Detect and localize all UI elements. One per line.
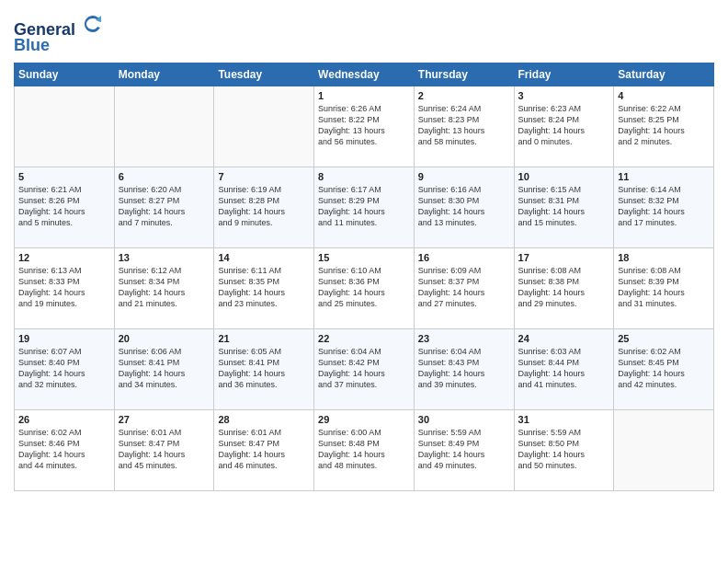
- sunset-text: Sunset: 8:47 PM: [119, 439, 180, 448]
- cell-details: Sunrise: 6:08 AMSunset: 8:38 PMDaylight:…: [518, 265, 610, 310]
- daylight-text: Daylight: 14 hours: [119, 288, 186, 297]
- daylight-text: and 45 minutes.: [119, 461, 177, 470]
- day-number: 6: [119, 171, 210, 182]
- daylight-text: and 11 minutes.: [318, 218, 377, 227]
- sunrise-text: Sunrise: 6:01 AM: [218, 428, 281, 437]
- daylight-text: Daylight: 14 hours: [518, 450, 586, 459]
- daylight-text: Daylight: 14 hours: [518, 369, 586, 378]
- day-number: 12: [18, 252, 110, 263]
- day-number: 8: [318, 171, 410, 182]
- cell-details: Sunrise: 6:08 AMSunset: 8:39 PMDaylight:…: [618, 265, 710, 310]
- daylight-text: Daylight: 14 hours: [119, 369, 186, 378]
- sunset-text: Sunset: 8:26 PM: [18, 196, 80, 205]
- calendar-cell: 7Sunrise: 6:19 AMSunset: 8:28 PMDaylight…: [214, 167, 314, 247]
- day-number: 9: [418, 171, 510, 182]
- sunrise-text: Sunrise: 6:02 AM: [18, 428, 82, 437]
- daylight-text: Daylight: 14 hours: [318, 369, 385, 378]
- cell-details: Sunrise: 6:03 AMSunset: 8:44 PMDaylight:…: [518, 346, 610, 391]
- sunrise-text: Sunrise: 5:59 AM: [418, 428, 482, 437]
- daylight-text: Daylight: 14 hours: [618, 207, 685, 216]
- day-number: 7: [218, 171, 310, 182]
- logo: General Blue: [14, 13, 104, 55]
- daylight-text: and 5 minutes.: [18, 218, 73, 227]
- day-number: 30: [418, 414, 510, 425]
- calendar-cell: 11Sunrise: 6:14 AMSunset: 8:32 PMDayligh…: [614, 167, 714, 247]
- cell-details: Sunrise: 6:10 AMSunset: 8:36 PMDaylight:…: [318, 265, 410, 310]
- calendar-cell: 19Sunrise: 6:07 AMSunset: 8:40 PMDayligh…: [15, 328, 115, 409]
- calendar-week-row: 1Sunrise: 6:26 AMSunset: 8:22 PMDaylight…: [15, 86, 714, 167]
- cell-details: Sunrise: 6:02 AMSunset: 8:45 PMDaylight:…: [618, 346, 710, 391]
- daylight-text: and 21 minutes.: [119, 299, 177, 308]
- daylight-text: and 31 minutes.: [618, 299, 677, 308]
- sunset-text: Sunset: 8:32 PM: [618, 196, 679, 205]
- calendar-cell: 12Sunrise: 6:13 AMSunset: 8:33 PMDayligh…: [15, 247, 115, 328]
- cell-details: Sunrise: 6:14 AMSunset: 8:32 PMDaylight:…: [618, 184, 710, 229]
- calendar-cell: 14Sunrise: 6:11 AMSunset: 8:35 PMDayligh…: [214, 247, 314, 328]
- daylight-text: Daylight: 14 hours: [418, 207, 485, 216]
- sunrise-text: Sunrise: 6:24 AM: [418, 104, 482, 113]
- daylight-text: Daylight: 14 hours: [518, 207, 586, 216]
- weekday-header: Friday: [514, 63, 614, 86]
- sunset-text: Sunset: 8:39 PM: [618, 277, 679, 286]
- calendar-cell: 4Sunrise: 6:22 AMSunset: 8:25 PMDaylight…: [614, 86, 714, 167]
- calendar-cell: 28Sunrise: 6:01 AMSunset: 8:47 PMDayligh…: [214, 409, 314, 490]
- day-number: 31: [518, 414, 610, 425]
- day-number: 17: [518, 252, 610, 263]
- sunrise-text: Sunrise: 6:14 AM: [618, 185, 681, 194]
- sunset-text: Sunset: 8:42 PM: [318, 358, 380, 367]
- sunrise-text: Sunrise: 6:15 AM: [518, 185, 582, 194]
- sunrise-text: Sunrise: 6:05 AM: [218, 347, 281, 356]
- daylight-text: and 44 minutes.: [18, 461, 77, 470]
- daylight-text: Daylight: 14 hours: [218, 450, 285, 459]
- calendar-table: SundayMondayTuesdayWednesdayThursdayFrid…: [14, 63, 714, 491]
- cell-details: Sunrise: 6:12 AMSunset: 8:34 PMDaylight:…: [119, 265, 210, 310]
- cell-details: Sunrise: 5:59 AMSunset: 8:50 PMDaylight:…: [518, 427, 610, 472]
- calendar-cell: 15Sunrise: 6:10 AMSunset: 8:36 PMDayligh…: [314, 247, 415, 328]
- cell-details: Sunrise: 5:59 AMSunset: 8:49 PMDaylight:…: [418, 427, 510, 472]
- day-number: 1: [318, 90, 410, 101]
- sunset-text: Sunset: 8:25 PM: [618, 115, 679, 124]
- day-number: 13: [119, 252, 210, 263]
- sunrise-text: Sunrise: 6:16 AM: [418, 185, 482, 194]
- daylight-text: Daylight: 14 hours: [18, 369, 85, 378]
- sunrise-text: Sunrise: 6:23 AM: [518, 104, 582, 113]
- daylight-text: and 19 minutes.: [18, 299, 77, 308]
- day-number: 21: [218, 333, 310, 344]
- cell-details: Sunrise: 6:24 AMSunset: 8:23 PMDaylight:…: [418, 103, 510, 148]
- cell-details: Sunrise: 6:19 AMSunset: 8:28 PMDaylight:…: [218, 184, 310, 229]
- weekday-header-row: SundayMondayTuesdayWednesdayThursdayFrid…: [15, 63, 714, 86]
- sunrise-text: Sunrise: 6:26 AM: [318, 104, 381, 113]
- cell-details: Sunrise: 6:23 AMSunset: 8:24 PMDaylight:…: [518, 103, 610, 148]
- sunrise-text: Sunrise: 6:04 AM: [318, 347, 381, 356]
- daylight-text: and 36 minutes.: [218, 380, 277, 389]
- sunrise-text: Sunrise: 6:13 AM: [18, 266, 82, 275]
- sunrise-text: Sunrise: 6:09 AM: [418, 266, 482, 275]
- calendar-cell: [614, 409, 714, 490]
- calendar-cell: 31Sunrise: 5:59 AMSunset: 8:50 PMDayligh…: [514, 409, 614, 490]
- calendar-cell: 3Sunrise: 6:23 AMSunset: 8:24 PMDaylight…: [514, 86, 614, 167]
- calendar-week-row: 12Sunrise: 6:13 AMSunset: 8:33 PMDayligh…: [15, 247, 714, 328]
- sunset-text: Sunset: 8:50 PM: [518, 439, 580, 448]
- daylight-text: Daylight: 14 hours: [518, 126, 586, 135]
- calendar-cell: 25Sunrise: 6:02 AMSunset: 8:45 PMDayligh…: [614, 328, 714, 409]
- sunrise-text: Sunrise: 6:11 AM: [218, 266, 281, 275]
- calendar-cell: [114, 86, 214, 167]
- sunset-text: Sunset: 8:28 PM: [218, 196, 279, 205]
- sunset-text: Sunset: 8:30 PM: [418, 196, 480, 205]
- cell-details: Sunrise: 6:11 AMSunset: 8:35 PMDaylight:…: [218, 265, 310, 310]
- day-number: 24: [518, 333, 610, 344]
- daylight-text: Daylight: 13 hours: [318, 126, 385, 135]
- daylight-text: Daylight: 14 hours: [418, 288, 485, 297]
- day-number: 29: [318, 414, 410, 425]
- sunset-text: Sunset: 8:49 PM: [418, 439, 480, 448]
- daylight-text: and 50 minutes.: [518, 461, 577, 470]
- cell-details: Sunrise: 6:26 AMSunset: 8:22 PMDaylight:…: [318, 103, 410, 148]
- calendar-cell: 5Sunrise: 6:21 AMSunset: 8:26 PMDaylight…: [15, 167, 115, 247]
- sunset-text: Sunset: 8:35 PM: [218, 277, 279, 286]
- sunrise-text: Sunrise: 6:17 AM: [318, 185, 381, 194]
- weekday-header: Wednesday: [314, 63, 415, 86]
- daylight-text: Daylight: 14 hours: [618, 369, 685, 378]
- daylight-text: and 27 minutes.: [418, 299, 477, 308]
- sunset-text: Sunset: 8:34 PM: [119, 277, 180, 286]
- sunset-text: Sunset: 8:29 PM: [318, 196, 380, 205]
